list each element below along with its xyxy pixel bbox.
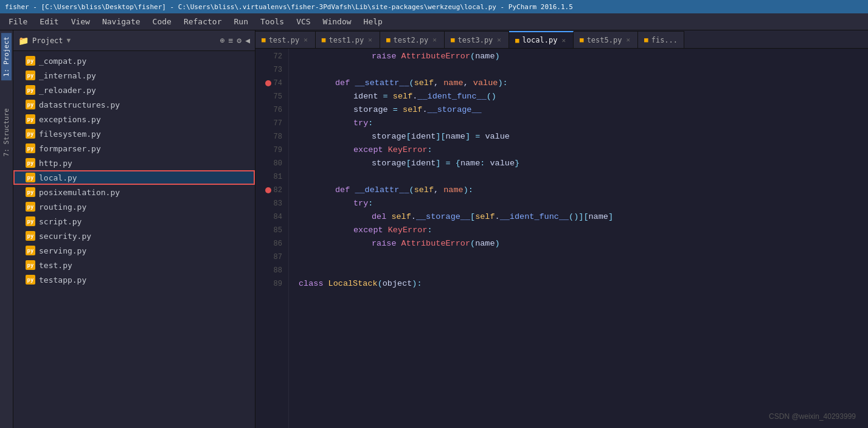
py-tab-icon: ■ bbox=[262, 36, 266, 44]
menu-tools[interactable]: Tools bbox=[254, 15, 290, 29]
file-security[interactable]: py security.py bbox=[13, 229, 255, 243]
file-exceptions[interactable]: py exceptions.py bbox=[13, 112, 255, 126]
file-test[interactable]: py test.py bbox=[13, 258, 255, 272]
file-local[interactable]: py local.py bbox=[13, 170, 255, 185]
line-num-89: 89 bbox=[255, 277, 282, 291]
line-num-77: 77 bbox=[255, 117, 282, 130]
file-name: exceptions.py bbox=[39, 115, 101, 124]
code-line-80: storage[ident] = {name: value} bbox=[299, 157, 868, 170]
sync-icon[interactable]: ⊕ bbox=[220, 36, 225, 45]
breakpoint-82 bbox=[265, 187, 271, 193]
tab-label: test.py bbox=[269, 36, 300, 44]
py-file-icon: py bbox=[26, 85, 35, 95]
file-datastructures[interactable]: py datastructures.py bbox=[13, 97, 255, 112]
file-compat[interactable]: py _compat.py bbox=[13, 54, 255, 68]
project-folder-icon: 📁 bbox=[18, 36, 29, 46]
code-line-84: del self.__storage__[self.__ident_func__… bbox=[299, 210, 868, 224]
code-line-73 bbox=[299, 63, 868, 77]
tab-close[interactable]: ✕ bbox=[496, 36, 502, 44]
py-tab-icon: ■ bbox=[644, 36, 648, 44]
file-name: filesystem.py bbox=[39, 129, 101, 139]
collapse-icon[interactable]: ≡ bbox=[229, 36, 234, 45]
py-file-icon: py bbox=[26, 100, 35, 109]
py-tab-icon: ■ bbox=[322, 36, 326, 44]
tab-close[interactable]: ✕ bbox=[560, 36, 567, 44]
menu-refactor[interactable]: Refactor bbox=[178, 15, 228, 29]
tab-close[interactable]: ✕ bbox=[625, 36, 631, 44]
code-line-74: def __setattr__(self, name, value): bbox=[299, 77, 868, 90]
code-line-76: storage = self.__storage__ bbox=[299, 103, 868, 117]
editor-area: ■ test.py ✕ ■ test1.py ✕ ■ test2.py ✕ ■ … bbox=[255, 30, 868, 428]
breakpoint-74 bbox=[265, 80, 271, 86]
file-name: posixemulation.py bbox=[39, 188, 120, 197]
code-line-83: try: bbox=[299, 197, 868, 210]
line-num-78: 78 bbox=[255, 130, 282, 143]
title-text: fisher - [C:\Users\bliss\Desktop\fisher]… bbox=[5, 3, 573, 11]
tab-test2py[interactable]: ■ test2.py ✕ bbox=[380, 31, 445, 48]
tab-close[interactable]: ✕ bbox=[367, 36, 373, 44]
tab-close[interactable]: ✕ bbox=[431, 36, 438, 44]
file-filesystem[interactable]: py filesystem.py bbox=[13, 126, 255, 141]
py-file-icon: py bbox=[26, 114, 35, 124]
tab-close[interactable]: ✕ bbox=[302, 36, 309, 44]
file-name: script.py bbox=[39, 217, 82, 226]
title-bar: fisher - [C:\Users\bliss\Desktop\fisher]… bbox=[0, 0, 868, 13]
code-line-72: raise AttributeError(name) bbox=[299, 50, 868, 63]
tab-testpy[interactable]: ■ test.py ✕ bbox=[255, 31, 316, 48]
line-num-87: 87 bbox=[255, 250, 282, 264]
py-file-icon: py bbox=[26, 202, 35, 212]
code-line-87 bbox=[299, 250, 868, 264]
project-header-left: 📁 Project ▼ bbox=[18, 36, 71, 46]
code-content[interactable]: raise AttributeError(name) def __setattr… bbox=[289, 49, 868, 428]
menu-run[interactable]: Run bbox=[228, 15, 254, 29]
line-num-85: 85 bbox=[255, 224, 282, 237]
file-script[interactable]: py script.py bbox=[13, 214, 255, 229]
file-routing[interactable]: py routing.py bbox=[13, 199, 255, 214]
line-num-75: 75 bbox=[255, 90, 282, 103]
code-line-81 bbox=[299, 170, 868, 184]
file-reloader[interactable]: py _reloader.py bbox=[13, 83, 255, 97]
file-internal[interactable]: py _internal.py bbox=[13, 68, 255, 83]
project-tab[interactable]: 1: Project bbox=[1, 33, 12, 80]
file-posixemulation[interactable]: py posixemulation.py bbox=[13, 185, 255, 199]
file-name: routing.py bbox=[39, 202, 86, 212]
line-num-86: 86 bbox=[255, 237, 282, 250]
file-name: formparser.py bbox=[39, 144, 101, 153]
file-formparser[interactable]: py formparser.py bbox=[13, 141, 255, 156]
line-num-81: 81 bbox=[255, 170, 282, 184]
file-name: local.py bbox=[39, 173, 77, 182]
menu-file[interactable]: File bbox=[2, 15, 33, 29]
menu-code[interactable]: Code bbox=[147, 15, 178, 29]
line-num-76: 76 bbox=[255, 103, 282, 117]
file-serving[interactable]: py serving.py bbox=[13, 243, 255, 258]
tab-label: test5.py bbox=[587, 36, 622, 44]
line-num-74: 74 bbox=[255, 77, 282, 90]
file-name: test.py bbox=[39, 261, 72, 270]
code-line-77: try: bbox=[299, 117, 868, 130]
menu-window[interactable]: Window bbox=[317, 15, 358, 29]
menu-help[interactable]: Help bbox=[358, 15, 389, 29]
back-icon[interactable]: ◀ bbox=[245, 36, 250, 45]
menu-view[interactable]: View bbox=[65, 15, 96, 29]
menu-navigate[interactable]: Navigate bbox=[96, 15, 147, 29]
code-line-79: except KeyError: bbox=[299, 143, 868, 157]
file-http[interactable]: py http.py bbox=[13, 156, 255, 170]
menu-edit[interactable]: Edit bbox=[33, 15, 64, 29]
tab-label: fis... bbox=[651, 36, 678, 44]
code-line-75: ident = self.__ident_func__() bbox=[299, 90, 868, 103]
tab-test1py[interactable]: ■ test1.py ✕ bbox=[316, 31, 380, 48]
file-name: testapp.py bbox=[39, 275, 86, 285]
file-testapp[interactable]: py testapp.py bbox=[13, 272, 255, 287]
tab-fis[interactable]: ■ fis... bbox=[638, 31, 684, 48]
file-name: security.py bbox=[39, 232, 91, 241]
project-dropdown-icon[interactable]: ▼ bbox=[67, 36, 71, 44]
tab-test5py[interactable]: ■ test5.py ✕ bbox=[574, 31, 638, 48]
structure-tab[interactable]: 7: Structure bbox=[1, 105, 12, 160]
menu-vcs[interactable]: VCS bbox=[290, 15, 316, 29]
tab-test3py[interactable]: ■ test3.py ✕ bbox=[445, 31, 509, 48]
py-file-icon: py bbox=[26, 71, 35, 80]
tab-localpy[interactable]: ■ local.py ✕ bbox=[509, 31, 574, 48]
project-panel: 📁 Project ▼ ⊕ ≡ ⚙ ◀ py _compat.py py _in… bbox=[13, 30, 255, 428]
settings-icon[interactable]: ⚙ bbox=[237, 36, 241, 45]
project-header: 📁 Project ▼ ⊕ ≡ ⚙ ◀ bbox=[13, 30, 255, 51]
